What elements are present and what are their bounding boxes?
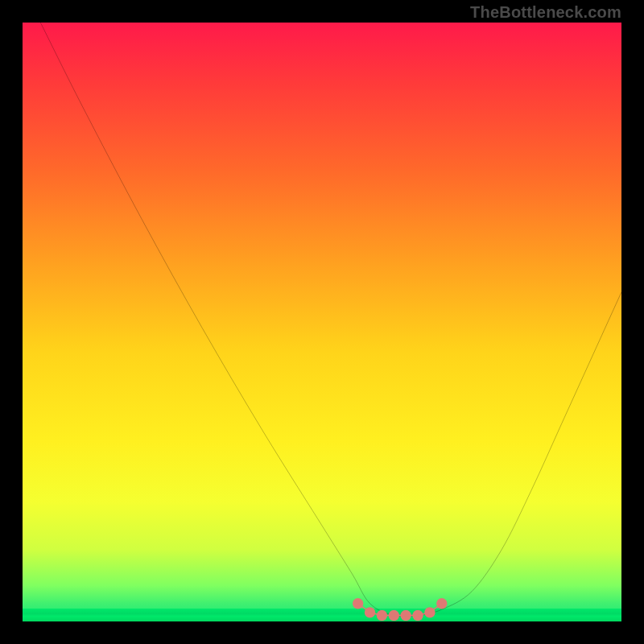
- chart-frame: TheBottleneck.com: [0, 0, 644, 644]
- bottleneck-curve: [40, 23, 621, 617]
- chart-svg: [23, 23, 621, 621]
- watermark-text: TheBottleneck.com: [470, 3, 621, 22]
